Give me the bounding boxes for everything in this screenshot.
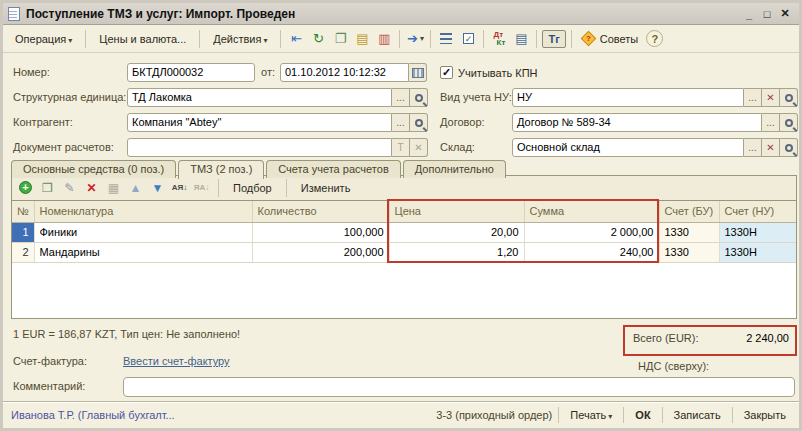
magnifier-icon[interactable]: [780, 138, 798, 157]
close-button[interactable]: ✕: [776, 6, 794, 22]
save-grid-icon[interactable]: ▦: [105, 179, 122, 196]
pick-button[interactable]: Подбор: [227, 180, 278, 196]
col-account-bu[interactable]: Счет (БУ): [659, 201, 719, 222]
calendar-icon[interactable]: [409, 63, 427, 82]
text-edit-icon[interactable]: T: [392, 138, 410, 157]
col-quantity[interactable]: Количество: [252, 201, 389, 222]
refresh-icon[interactable]: ↻: [308, 29, 328, 49]
advice-button[interactable]: ? Советы: [577, 31, 644, 47]
magnifier-icon[interactable]: [780, 113, 798, 132]
tab-fixed-assets[interactable]: Основные средства (0 поз.): [11, 160, 176, 178]
structural-unit-field[interactable]: ТД Лакомка ...: [127, 88, 428, 107]
move-up-icon[interactable]: ▲: [127, 179, 144, 196]
tenge-accounting-toggle[interactable]: Тг: [542, 30, 565, 48]
post-document-icon[interactable]: ⇤: [286, 29, 306, 49]
magnifier-icon[interactable]: [410, 88, 428, 107]
sort-ascending-icon[interactable]: АЯ↓: [171, 179, 188, 196]
magnifier-icon[interactable]: [410, 113, 428, 132]
chevron-down-icon: ▾: [608, 412, 612, 421]
main-toolbar: Операция▾ Цены и валюта... Действия▾ ⇤ ↻…: [3, 25, 799, 53]
debit-credit-icon[interactable]: ДтКт: [489, 29, 509, 49]
nomenclature-cell[interactable]: Мандарины: [34, 242, 252, 262]
nomenclature-cell[interactable]: Финики: [34, 222, 252, 242]
ellipsis-button[interactable]: ...: [744, 88, 762, 107]
print-button[interactable]: Печать▾: [565, 406, 617, 424]
clear-icon[interactable]: ✕: [762, 88, 780, 107]
ellipsis-button[interactable]: ...: [392, 113, 410, 132]
register-records-icon[interactable]: ▤: [511, 29, 531, 49]
change-button[interactable]: Изменить: [295, 180, 357, 196]
tab-settlement-accounts[interactable]: Счета учета расчетов: [266, 160, 400, 178]
row-number-cell[interactable]: 2: [12, 242, 34, 262]
row-number-cell[interactable]: 1: [12, 222, 34, 242]
number-field[interactable]: БКТДЛ000032: [127, 63, 255, 82]
minimize-button[interactable]: _: [740, 6, 758, 22]
structure-list-icon[interactable]: [436, 29, 456, 49]
ellipsis-button[interactable]: ...: [762, 113, 780, 132]
enter-invoice-link[interactable]: Ввести счет-фактуру: [123, 355, 230, 367]
table-row[interactable]: 2 Мандарины 200,000 1,20 240,00 1330 133…: [12, 242, 796, 262]
account-bu-cell[interactable]: 1330: [659, 242, 719, 262]
create-based-on-icon[interactable]: ➔▾: [405, 29, 425, 49]
col-nomenclature[interactable]: Номенклатура: [34, 201, 252, 222]
comment-input[interactable]: [123, 377, 795, 397]
toolbar-separator: [199, 30, 200, 48]
copy-document-icon[interactable]: ❐: [330, 29, 350, 49]
edit-row-icon[interactable]: ✎: [61, 179, 78, 196]
date-label: от:: [261, 63, 275, 82]
nu-kind-label: Вид учета НУ:: [440, 88, 512, 107]
contract-field[interactable]: Договор № 589-34 ...: [512, 113, 798, 132]
toolbar-separator: [430, 30, 431, 48]
ellipsis-button[interactable]: ...: [744, 138, 762, 157]
comment-label: Комментарий:: [13, 380, 85, 392]
price-cell[interactable]: 20,00: [389, 222, 524, 242]
sum-cell[interactable]: 2 000,00: [524, 222, 659, 242]
advice-icon: ?: [581, 31, 597, 47]
kpn-checkbox[interactable]: ✓ Учитывать КПН: [440, 63, 538, 82]
account-nu-cell[interactable]: 1330Н: [719, 222, 796, 242]
quantity-cell[interactable]: 200,000: [252, 242, 389, 262]
actions-menu-button[interactable]: Действия▾: [205, 29, 275, 49]
toolbar-separator: [280, 30, 281, 48]
copy-row-icon[interactable]: ❐: [39, 179, 56, 196]
price-cell[interactable]: 1,20: [389, 242, 524, 262]
goods-receipt-icon[interactable]: ▤: [352, 29, 372, 49]
goods-return-icon[interactable]: ▥: [374, 29, 394, 49]
account-bu-cell[interactable]: 1330: [659, 222, 719, 242]
nu-kind-field[interactable]: НУ ... ✕: [512, 88, 798, 107]
prices-currency-button[interactable]: Цены и валюта...: [91, 29, 194, 49]
ellipsis-button[interactable]: ...: [392, 88, 410, 107]
tab-additional[interactable]: Дополнительно: [403, 160, 506, 178]
close-form-button[interactable]: Закрыть: [739, 406, 791, 424]
maximize-button[interactable]: □: [758, 6, 776, 22]
delete-row-icon[interactable]: ✕: [83, 179, 100, 196]
status-bar: Иванова Т.Р. (Главный бухгалт... 3-3 (пр…: [3, 401, 799, 428]
help-icon[interactable]: ?: [646, 30, 663, 47]
sum-cell[interactable]: 240,00: [524, 242, 659, 262]
col-account-nu[interactable]: Счет (НУ): [719, 201, 796, 222]
account-nu-cell[interactable]: 1330Н: [719, 242, 796, 262]
save-button[interactable]: Записать: [669, 406, 726, 424]
contractor-field[interactable]: Компания "Abtey" ...: [127, 113, 428, 132]
clear-icon[interactable]: ✕: [762, 138, 780, 157]
sort-descending-icon[interactable]: ЯА↓: [193, 179, 210, 196]
add-row-icon[interactable]: +: [17, 179, 34, 196]
magnifier-icon[interactable]: [780, 88, 798, 107]
table-row[interactable]: 1 Финики 100,000 20,00 2 000,00 1330 133…: [12, 222, 796, 242]
date-field[interactable]: 01.10.2012 10:12:32: [280, 63, 427, 82]
toolbar-separator: [399, 30, 400, 48]
title-bar: Поступление ТМЗ и услуг: Импорт. Проведе…: [3, 3, 799, 25]
tab-tmz[interactable]: ТМЗ (2 поз.): [178, 160, 264, 179]
col-number[interactable]: №: [12, 201, 34, 222]
ok-button[interactable]: ОК: [630, 406, 655, 424]
quantity-cell[interactable]: 100,000: [252, 222, 389, 242]
warehouse-field[interactable]: Основной склад ... ✕: [512, 138, 798, 157]
col-price[interactable]: Цена: [389, 201, 524, 222]
move-down-icon[interactable]: ▼: [149, 179, 166, 196]
col-sum[interactable]: Сумма: [524, 201, 659, 222]
window-title: Поступление ТМЗ и услуг: Импорт. Проведе…: [26, 7, 740, 21]
operation-menu-button[interactable]: Операция▾: [7, 29, 80, 49]
settlement-document-field[interactable]: T ✕: [127, 138, 428, 157]
clear-icon[interactable]: ✕: [410, 138, 428, 157]
checklist-icon[interactable]: ✓: [458, 29, 478, 49]
